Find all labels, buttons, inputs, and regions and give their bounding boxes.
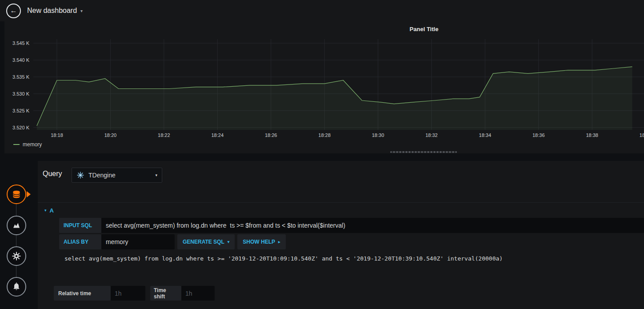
time-options-row: Relative time Time shift: [54, 286, 215, 301]
y-tick-label: 3.520 K: [12, 125, 29, 130]
x-tick-label: 18:22: [153, 132, 175, 138]
show-help-button[interactable]: SHOW HELP ▸: [237, 234, 285, 249]
legend-item-memory[interactable]: memory: [13, 141, 42, 148]
section-title: Query: [43, 170, 62, 178]
x-tick-label: 18:18: [46, 132, 68, 138]
tab-alert[interactable]: [7, 277, 26, 297]
generate-sql-button[interactable]: GENERATE SQL ▾: [177, 234, 235, 249]
back-button[interactable]: ←: [6, 4, 21, 18]
input-sql-row: INPUT SQL: [59, 218, 644, 233]
alias-by-field[interactable]: [101, 234, 175, 249]
panel-editor: Query TDengine ▾ ▾ A INPUT SQL: [0, 153, 644, 309]
spacer: [145, 286, 150, 301]
x-tick-label: 18:34: [474, 132, 496, 138]
bell-icon: [11, 281, 22, 292]
top-navbar: ← New dashboard ▾: [0, 0, 644, 21]
x-tick-label: 18:36: [528, 132, 550, 138]
chevron-down-icon[interactable]: ▾: [80, 8, 83, 13]
y-axis-labels: 3.545 K3.540 K3.535 K3.530 K3.525 K3.520…: [4, 39, 30, 130]
tab-general[interactable]: [7, 246, 26, 266]
x-axis-labels: 18:1818:2018:2218:2418:2618:2818:3018:32…: [33, 132, 644, 140]
show-help-label: SHOW HELP: [243, 239, 275, 245]
y-tick-label: 3.545 K: [12, 40, 29, 46]
graph-panel: Panel Title 3.545 K3.540 K3.535 K3.530 K…: [4, 21, 644, 153]
query-ref-toggle[interactable]: ▾ A: [38, 203, 644, 215]
chevron-down-icon: ▾: [228, 240, 230, 244]
x-tick-label: 18:28: [313, 132, 336, 138]
y-tick-label: 3.525 K: [12, 108, 29, 113]
gear-icon: [11, 251, 22, 261]
generate-sql-label: GENERATE SQL: [183, 239, 224, 245]
tab-rail-connector: [16, 194, 16, 287]
generated-sql-preview: select avg(mem_system) from log.dn where…: [64, 255, 644, 262]
datasource-picker[interactable]: TDengine ▾: [72, 168, 162, 183]
x-tick-label: 18:24: [206, 132, 228, 138]
database-icon: [11, 189, 22, 200]
query-row-section: ▾ A INPUT SQL ALIAS BY GENERATE SQL ▾ SH…: [38, 202, 644, 262]
y-tick-label: 3.535 K: [12, 74, 29, 80]
x-tick-label: 18:32: [420, 132, 443, 138]
tab-visualization[interactable]: [7, 216, 26, 235]
relative-time-label: Relative time: [54, 286, 111, 301]
active-tab-arrow-icon: [27, 191, 31, 197]
time-shift-field[interactable]: [181, 286, 215, 301]
chevron-right-icon: ▸: [278, 240, 280, 244]
chart-icon: [11, 220, 22, 231]
datasource-name: TDengine: [88, 172, 155, 179]
input-sql-label: INPUT SQL: [59, 218, 101, 233]
arrow-left-icon: ←: [10, 7, 17, 15]
query-ref-id: A: [50, 207, 54, 214]
chevron-down-icon: ▾: [44, 208, 47, 213]
tdengine-star-icon: [76, 171, 84, 179]
dashboard-title[interactable]: New dashboard: [27, 7, 77, 15]
alias-by-row: ALIAS BY GENERATE SQL ▾ SHOW HELP ▸: [59, 234, 644, 249]
panel-title[interactable]: Panel Title: [402, 26, 446, 32]
y-tick-label: 3.540 K: [12, 57, 29, 63]
legend-swatch: [13, 144, 20, 145]
x-tick-label: 18:20: [99, 132, 121, 138]
legend-label: memory: [23, 141, 42, 148]
x-tick-label: 18:26: [260, 132, 282, 138]
query-editor-content: Query TDengine ▾ ▾ A INPUT SQL: [38, 161, 644, 309]
horizontal-scrollbar-thumb[interactable]: [390, 151, 457, 153]
relative-time-field[interactable]: [111, 286, 145, 301]
input-sql-field[interactable]: [101, 218, 644, 233]
time-shift-label: Time shift: [150, 286, 181, 301]
alias-by-label: ALIAS BY: [59, 234, 101, 249]
chart-plot[interactable]: [33, 39, 644, 130]
y-tick-label: 3.530 K: [12, 91, 29, 96]
chevron-down-icon: ▾: [155, 173, 157, 177]
x-tick-label: 18:40: [635, 132, 644, 138]
x-tick-label: 18:38: [581, 132, 603, 138]
x-tick-label: 18:30: [367, 132, 389, 138]
tab-queries[interactable]: [7, 185, 26, 204]
